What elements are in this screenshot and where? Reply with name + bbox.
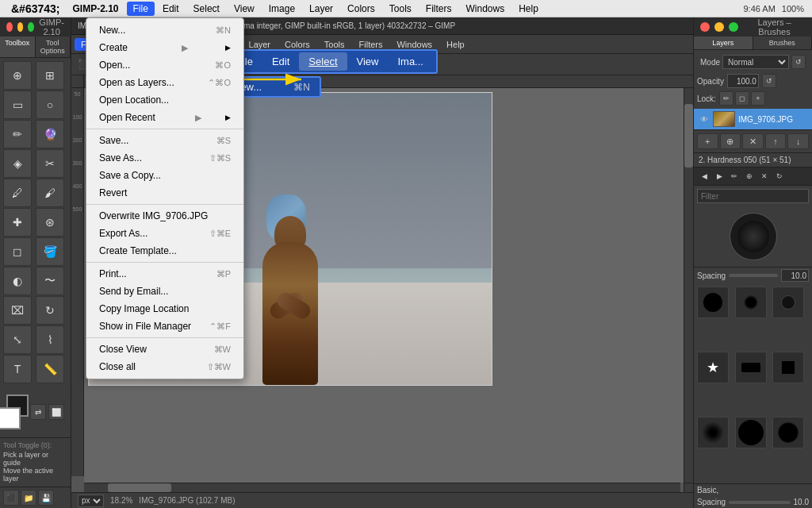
brush-item-8[interactable] (735, 417, 767, 448)
tool-smudge[interactable]: 〜 (36, 267, 64, 295)
panel-tab-layers[interactable]: Layers (694, 37, 753, 49)
layer-down-btn[interactable]: ↓ (787, 133, 809, 149)
toolbox-tab-options[interactable]: Tool Options (36, 37, 71, 57)
tool-erase[interactable]: ◻ (3, 237, 32, 266)
tool-fuzzy-select[interactable]: 🔮 (36, 120, 64, 148)
file-menu-close-view[interactable]: Close View ⌘W (86, 341, 243, 358)
layer-duplicate-btn[interactable]: ⊕ (720, 133, 741, 149)
file-menu-save[interactable]: Save... ⌘S (86, 132, 243, 149)
brush-filter-input[interactable] (697, 189, 809, 203)
panel-tab-brushes[interactable]: Brushes (753, 37, 813, 49)
tool-shear[interactable]: ⌇ (36, 325, 64, 354)
right-minimize-btn[interactable] (714, 22, 724, 32)
file-menu-create-template[interactable]: Create Template... (86, 242, 243, 260)
file-menu-open-recent[interactable]: Open Recent ▶ (86, 109, 243, 126)
file-menu-export-as[interactable]: Export As... ⇧⌘E (86, 225, 243, 242)
file-menu-show-manager[interactable]: Show in File Manager ⌃⌘F (86, 318, 243, 335)
brush-refresh[interactable]: ↻ (772, 169, 787, 183)
layer-up-btn[interactable]: ↑ (765, 133, 787, 149)
file-menu-open-layers[interactable]: Open as Layers... ⌃⌘O (86, 74, 243, 91)
scrollbar-vertical[interactable] (684, 88, 693, 483)
brush-nav-prev[interactable]: ◀ (697, 169, 711, 183)
save-btn[interactable]: 💾 (38, 490, 54, 506)
brush-item-9[interactable] (772, 417, 804, 448)
spacing-slider-2[interactable] (729, 501, 790, 504)
canvas-menu-view[interactable]: View (347, 52, 389, 71)
menubar-tools[interactable]: Tools (383, 2, 418, 16)
brush-item-6[interactable] (772, 352, 804, 383)
right-maximize-btn[interactable] (729, 22, 738, 32)
brush-item-2[interactable] (735, 287, 767, 318)
spacing-input[interactable] (781, 269, 809, 282)
file-menu-new[interactable]: New... ⌘N (86, 21, 243, 39)
file-menu-copy-location[interactable]: Copy Image Location (86, 300, 243, 318)
layer-new-btn[interactable]: + (697, 133, 718, 149)
mode-reset-btn[interactable]: ↺ (791, 55, 806, 69)
brush-item-3[interactable] (772, 287, 804, 318)
menubar-view[interactable]: View (228, 2, 261, 16)
toolbox-maximize-btn[interactable] (28, 22, 34, 32)
tool-heal[interactable]: ✚ (3, 208, 32, 237)
canvas-menu-ima[interactable]: Ima... (388, 52, 433, 71)
tool-scale[interactable]: ⤡ (3, 325, 32, 354)
open-image-btn[interactable]: 📁 (21, 490, 36, 506)
menubar-edit[interactable]: Edit (156, 2, 186, 16)
right-close-btn[interactable] (700, 22, 710, 32)
menubar-filters[interactable]: Filters (419, 2, 458, 16)
opacity-reset-btn[interactable]: ↺ (762, 74, 776, 88)
brush-item-4[interactable]: ★ (697, 352, 729, 383)
spacing-slider[interactable] (729, 274, 778, 277)
tool-scissors[interactable]: ✂ (36, 149, 64, 178)
toolbox-close-btn[interactable] (6, 22, 13, 32)
tool-measure[interactable]: 📏 (36, 355, 64, 383)
tool-text[interactable]: T (3, 355, 32, 383)
menubar-select[interactable]: Select (187, 2, 226, 16)
lock-pixels-btn[interactable]: ✏ (719, 91, 733, 106)
brush-nav-next[interactable]: ▶ (712, 169, 726, 183)
scrollbar-h-thumb[interactable] (108, 483, 171, 492)
opacity-input[interactable] (727, 74, 759, 88)
tool-rect-select[interactable]: ▭ (3, 90, 32, 119)
file-menu-create[interactable]: Create ▶ (86, 39, 243, 56)
menubar-file[interactable]: File (127, 2, 155, 16)
canvas-menu-select[interactable]: Select (299, 52, 347, 71)
file-menu-open[interactable]: Open... ⌘O (86, 56, 243, 74)
tool-color-select[interactable]: ◈ (3, 149, 32, 178)
tool-paths[interactable]: 🖊 (3, 179, 32, 207)
menubar-image[interactable]: Image (262, 2, 301, 16)
tool-crop[interactable]: ⌧ (3, 296, 32, 325)
mode-select[interactable]: Normal (722, 55, 789, 69)
toolbox-minimize-btn[interactable] (17, 22, 24, 32)
menubar-help[interactable]: Help (512, 2, 545, 16)
layer-item[interactable]: 👁 IMG_9706.JPG (694, 109, 812, 129)
file-menu-overwrite[interactable]: Overwrite IMG_9706.JPG (86, 207, 243, 225)
tool-free-select[interactable]: ✏ (3, 120, 32, 148)
background-color[interactable] (0, 407, 21, 429)
apple-menu[interactable]: &#63743; (6, 2, 65, 15)
tool-clone[interactable]: ⊛ (36, 208, 64, 237)
layer-visibility-icon[interactable]: 👁 (699, 114, 710, 125)
lock-alpha-btn[interactable]: ◻ (735, 91, 749, 106)
lock-position-btn[interactable]: + (751, 91, 765, 106)
tool-rotate[interactable]: ↻ (36, 296, 64, 325)
brush-item-7[interactable] (697, 417, 729, 448)
canvas-submenu-new[interactable]: New... ⌘N (233, 81, 310, 93)
file-menu-print[interactable]: Print... ⌘P (86, 265, 243, 283)
brush-item-5[interactable] (735, 352, 767, 383)
tool-ellipse-select[interactable]: ○ (36, 90, 64, 119)
file-menu-open-location[interactable]: Open Location... (86, 91, 243, 109)
menubar-layer[interactable]: Layer (303, 2, 339, 16)
brush-item-1[interactable] (697, 287, 729, 318)
new-image-btn[interactable]: ⬛ (3, 490, 19, 506)
img-menu-help[interactable]: Help (440, 38, 471, 51)
tool-paint[interactable]: 🖌 (36, 179, 64, 207)
file-menu-close-all[interactable]: Close all ⇧⌘W (86, 358, 243, 375)
unit-select[interactable]: px (78, 495, 104, 507)
scrollbar-horizontal[interactable] (84, 483, 680, 492)
swap-colors-btn[interactable]: ⇄ (30, 404, 46, 420)
scrollbar-v-thumb[interactable] (684, 104, 693, 167)
tool-fill[interactable]: 🪣 (36, 237, 64, 266)
canvas-menu-edit[interactable]: Edit (262, 52, 299, 71)
brush-delete[interactable]: ✕ (757, 169, 772, 183)
reset-colors-btn[interactable]: ⬜ (48, 404, 64, 420)
